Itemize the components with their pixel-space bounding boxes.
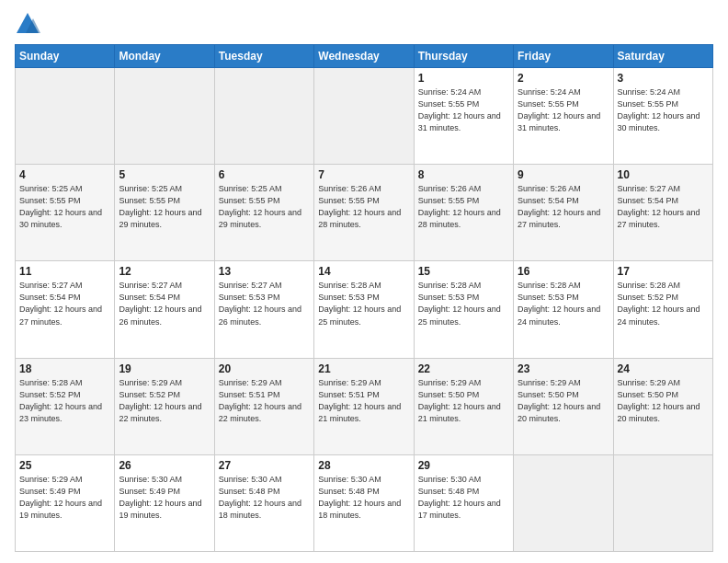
day-number: 21	[318, 362, 409, 375]
day-info: Sunrise: 5:28 AMSunset: 5:53 PMDaylight:…	[518, 280, 609, 327]
weekday-header-monday: Monday	[115, 45, 214, 68]
day-number: 5	[119, 168, 210, 181]
day-number: 11	[19, 265, 110, 278]
day-info: Sunrise: 5:28 AMSunset: 5:53 PMDaylight:…	[318, 280, 409, 327]
calendar-cell: 10Sunrise: 5:27 AMSunset: 5:54 PMDayligh…	[613, 165, 712, 261]
day-number: 10	[618, 168, 709, 181]
day-info: Sunrise: 5:28 AMSunset: 5:52 PMDaylight:…	[19, 377, 110, 425]
day-info: Sunrise: 5:30 AMSunset: 5:48 PMDaylight:…	[219, 474, 310, 522]
weekday-header-wednesday: Wednesday	[314, 45, 414, 68]
calendar-cell	[214, 68, 313, 165]
day-number: 14	[318, 265, 409, 278]
day-info: Sunrise: 5:29 AMSunset: 5:49 PMDaylight:…	[19, 474, 110, 522]
day-info: Sunrise: 5:24 AMSunset: 5:55 PMDaylight:…	[518, 86, 609, 134]
day-number: 12	[119, 265, 210, 278]
day-number: 24	[618, 362, 709, 375]
day-info: Sunrise: 5:26 AMSunset: 5:55 PMDaylight:…	[318, 183, 409, 231]
calendar-cell: 7Sunrise: 5:26 AMSunset: 5:55 PMDaylight…	[314, 165, 414, 261]
calendar-cell: 9Sunrise: 5:26 AMSunset: 5:54 PMDaylight…	[514, 165, 613, 261]
day-number: 8	[418, 168, 509, 181]
logo	[15, 11, 44, 37]
calendar-cell: 6Sunrise: 5:25 AMSunset: 5:55 PMDaylight…	[214, 165, 313, 261]
day-number: 3	[618, 72, 709, 85]
day-number: 25	[19, 459, 110, 472]
weekday-header-sunday: Sunday	[16, 45, 115, 68]
day-info: Sunrise: 5:26 AMSunset: 5:55 PMDaylight:…	[418, 183, 509, 231]
calendar-cell: 12Sunrise: 5:27 AMSunset: 5:54 PMDayligh…	[115, 261, 214, 358]
day-info: Sunrise: 5:24 AMSunset: 5:55 PMDaylight:…	[618, 86, 709, 134]
day-info: Sunrise: 5:29 AMSunset: 5:51 PMDaylight:…	[318, 377, 409, 425]
day-number: 23	[518, 362, 609, 375]
calendar-cell: 19Sunrise: 5:29 AMSunset: 5:52 PMDayligh…	[115, 358, 214, 454]
header	[15, 11, 713, 37]
day-info: Sunrise: 5:28 AMSunset: 5:52 PMDaylight:…	[618, 280, 709, 327]
day-info: Sunrise: 5:24 AMSunset: 5:55 PMDaylight:…	[418, 86, 509, 134]
day-info: Sunrise: 5:30 AMSunset: 5:48 PMDaylight:…	[318, 474, 409, 522]
calendar-cell: 22Sunrise: 5:29 AMSunset: 5:50 PMDayligh…	[414, 358, 513, 454]
day-info: Sunrise: 5:27 AMSunset: 5:54 PMDaylight:…	[119, 280, 210, 327]
day-number: 28	[318, 459, 409, 472]
calendar-cell: 27Sunrise: 5:30 AMSunset: 5:48 PMDayligh…	[214, 454, 313, 551]
day-info: Sunrise: 5:25 AMSunset: 5:55 PMDaylight:…	[19, 183, 110, 231]
calendar-cell: 25Sunrise: 5:29 AMSunset: 5:49 PMDayligh…	[16, 454, 115, 551]
calendar-cell: 18Sunrise: 5:28 AMSunset: 5:52 PMDayligh…	[16, 358, 115, 454]
day-number: 15	[418, 265, 509, 278]
day-number: 4	[19, 168, 110, 181]
day-info: Sunrise: 5:25 AMSunset: 5:55 PMDaylight:…	[219, 183, 310, 231]
calendar-cell: 24Sunrise: 5:29 AMSunset: 5:50 PMDayligh…	[613, 358, 712, 454]
calendar: SundayMondayTuesdayWednesdayThursdayFrid…	[15, 44, 713, 552]
page: SundayMondayTuesdayWednesdayThursdayFrid…	[0, 0, 728, 563]
calendar-cell: 2Sunrise: 5:24 AMSunset: 5:55 PMDaylight…	[514, 68, 613, 165]
calendar-cell: 20Sunrise: 5:29 AMSunset: 5:51 PMDayligh…	[214, 358, 313, 454]
calendar-week-2: 4Sunrise: 5:25 AMSunset: 5:55 PMDaylight…	[16, 165, 713, 261]
day-number: 22	[418, 362, 509, 375]
day-number: 2	[518, 72, 609, 85]
calendar-cell	[16, 68, 115, 165]
calendar-cell: 5Sunrise: 5:25 AMSunset: 5:55 PMDaylight…	[115, 165, 214, 261]
day-number: 9	[518, 168, 609, 181]
day-info: Sunrise: 5:27 AMSunset: 5:54 PMDaylight:…	[19, 280, 110, 327]
day-info: Sunrise: 5:30 AMSunset: 5:49 PMDaylight:…	[119, 474, 210, 522]
weekday-header-friday: Friday	[514, 45, 613, 68]
day-info: Sunrise: 5:27 AMSunset: 5:54 PMDaylight:…	[618, 183, 709, 231]
calendar-cell: 4Sunrise: 5:25 AMSunset: 5:55 PMDaylight…	[16, 165, 115, 261]
day-info: Sunrise: 5:27 AMSunset: 5:53 PMDaylight:…	[219, 280, 310, 327]
day-number: 17	[618, 265, 709, 278]
day-number: 7	[318, 168, 409, 181]
calendar-cell: 1Sunrise: 5:24 AMSunset: 5:55 PMDaylight…	[414, 68, 513, 165]
calendar-week-4: 18Sunrise: 5:28 AMSunset: 5:52 PMDayligh…	[16, 358, 713, 454]
day-number: 18	[19, 362, 110, 375]
calendar-cell: 28Sunrise: 5:30 AMSunset: 5:48 PMDayligh…	[314, 454, 414, 551]
calendar-cell: 11Sunrise: 5:27 AMSunset: 5:54 PMDayligh…	[16, 261, 115, 358]
day-info: Sunrise: 5:26 AMSunset: 5:54 PMDaylight:…	[518, 183, 609, 231]
calendar-cell	[613, 454, 712, 551]
day-number: 26	[119, 459, 210, 472]
day-info: Sunrise: 5:29 AMSunset: 5:50 PMDaylight:…	[418, 377, 509, 425]
calendar-cell	[115, 68, 214, 165]
day-number: 13	[219, 265, 310, 278]
day-info: Sunrise: 5:29 AMSunset: 5:51 PMDaylight:…	[219, 377, 310, 425]
calendar-cell: 3Sunrise: 5:24 AMSunset: 5:55 PMDaylight…	[613, 68, 712, 165]
calendar-cell	[514, 454, 613, 551]
calendar-cell: 21Sunrise: 5:29 AMSunset: 5:51 PMDayligh…	[314, 358, 414, 454]
calendar-cell: 8Sunrise: 5:26 AMSunset: 5:55 PMDaylight…	[414, 165, 513, 261]
day-info: Sunrise: 5:29 AMSunset: 5:50 PMDaylight:…	[618, 377, 709, 425]
day-info: Sunrise: 5:28 AMSunset: 5:53 PMDaylight:…	[418, 280, 509, 327]
day-number: 29	[418, 459, 509, 472]
calendar-cell	[314, 68, 414, 165]
calendar-cell: 17Sunrise: 5:28 AMSunset: 5:52 PMDayligh…	[613, 261, 712, 358]
day-number: 1	[418, 72, 509, 85]
calendar-cell: 14Sunrise: 5:28 AMSunset: 5:53 PMDayligh…	[314, 261, 414, 358]
day-number: 20	[219, 362, 310, 375]
calendar-cell: 23Sunrise: 5:29 AMSunset: 5:50 PMDayligh…	[514, 358, 613, 454]
calendar-cell: 15Sunrise: 5:28 AMSunset: 5:53 PMDayligh…	[414, 261, 513, 358]
calendar-cell: 29Sunrise: 5:30 AMSunset: 5:48 PMDayligh…	[414, 454, 513, 551]
calendar-week-1: 1Sunrise: 5:24 AMSunset: 5:55 PMDaylight…	[16, 68, 713, 165]
day-number: 6	[219, 168, 310, 181]
day-number: 19	[119, 362, 210, 375]
weekday-header-tuesday: Tuesday	[214, 45, 313, 68]
weekday-header-thursday: Thursday	[414, 45, 513, 68]
logo-icon	[15, 11, 40, 37]
day-info: Sunrise: 5:29 AMSunset: 5:52 PMDaylight:…	[119, 377, 210, 425]
day-number: 27	[219, 459, 310, 472]
